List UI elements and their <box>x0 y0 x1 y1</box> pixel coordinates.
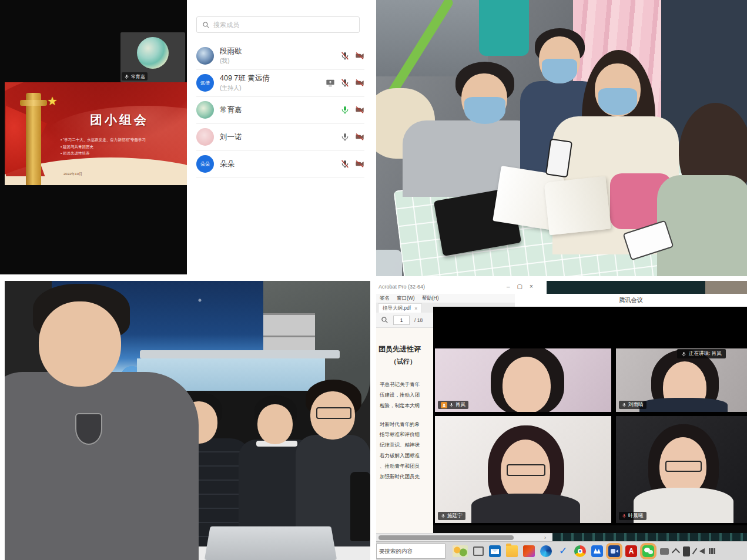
pdf-line: 伍建设，推动入团 <box>380 390 433 401</box>
avatar: 朵朵 <box>196 155 214 173</box>
participant-row[interactable]: 远倩 409 7班 黄远倩 (主持人) <box>196 69 364 97</box>
person-face <box>257 404 293 444</box>
video-tile[interactable]: 肖岚 <box>435 348 611 412</box>
participant-name: 肖岚 <box>455 401 465 408</box>
slide-bullet: “学习二十大、永远跟党走、奋力新征程”专题学习 <box>61 136 187 143</box>
laptop <box>205 527 337 560</box>
network-icon[interactable] <box>709 548 715 554</box>
pdf-line: 纪律意识、精神状 <box>380 440 433 451</box>
close-icon[interactable]: × <box>530 283 533 290</box>
participant-row[interactable]: 朵朵 朵朵 <box>196 150 364 178</box>
person-figure <box>657 175 747 276</box>
shared-screen-area: ★ 团小组会 “学习二十大、永远跟党走、奋力新征程”专题学习 建团与共青团历史 … <box>0 0 187 274</box>
volume-icon[interactable] <box>699 548 705 554</box>
person-figure <box>634 488 733 523</box>
docs-check-icon[interactable]: ✓ <box>557 545 569 557</box>
camera-off-icon[interactable] <box>355 51 364 61</box>
mic-muted-icon <box>622 514 627 518</box>
taskbar-search-input[interactable]: 要搜索的内容 <box>376 544 445 559</box>
thermos-bottle <box>350 472 370 541</box>
minimize-icon[interactable]: – <box>507 283 510 290</box>
mic-icon <box>681 351 686 357</box>
meeting-titlebar[interactable]: 腾讯会议 <box>515 294 747 307</box>
tim-qq-icon[interactable] <box>591 545 603 557</box>
golden-pillar-cap <box>20 100 47 106</box>
eyeglasses <box>665 461 702 472</box>
ime-indicator-icon[interactable] <box>660 548 669 555</box>
news-weather-icon[interactable] <box>453 545 468 557</box>
participant-name: 常育嘉 <box>220 105 340 115</box>
pen-icon[interactable] <box>692 548 698 555</box>
pdf-body-text: 平总书记关于青年 伍建设，推动入团 检验，制定本大纲 对新时代青年的希 指导标准… <box>380 380 433 482</box>
meeting-window-title: 腾讯会议 <box>619 296 643 304</box>
tab-close-icon[interactable]: × <box>414 306 417 311</box>
video-tile[interactable]: 叶晨曦 <box>616 416 747 523</box>
background-window-strip <box>705 281 747 294</box>
participant-name: 刘一诺 <box>220 132 340 142</box>
slide-bullet-list: “学习二十大、永远跟党走、奋力新征程”专题学习 建团与共青团历史 团员先进性培养 <box>61 136 187 157</box>
participant-name: 朵朵 <box>220 159 340 169</box>
system-tray <box>660 546 715 556</box>
pdf-subheading: （试行） <box>390 357 416 366</box>
maximize-icon[interactable]: ▢ <box>517 283 522 290</box>
quadrant-desktop: Acrobat Pro (32-64) – ▢ × 签名 窗口(W) 帮助(H)… <box>376 281 747 560</box>
pdf-line: 指导标准和评价细 <box>380 430 433 440</box>
camera-off-icon[interactable] <box>355 132 364 142</box>
camera-off-icon[interactable] <box>355 78 364 88</box>
menu-item-help[interactable]: 帮助(H) <box>422 295 439 302</box>
taskbar-icons: ✓ A <box>453 545 654 557</box>
search-icon <box>202 21 210 29</box>
participant-row[interactable]: 常育嘉 <box>196 96 364 124</box>
golden-pillar-graphic <box>26 93 41 185</box>
speaking-text: 正在讲话: 肖岚 <box>689 350 722 357</box>
eyeglasses <box>316 407 351 419</box>
camera-off-icon[interactable] <box>355 159 364 169</box>
video-tile-name-badge: 刘雨晴 <box>619 401 646 409</box>
participant-name: 刘雨晴 <box>628 401 644 408</box>
task-view-icon[interactable] <box>473 546 484 556</box>
page-number-input[interactable]: 1 <box>393 316 410 325</box>
wechat-icon[interactable] <box>642 545 654 557</box>
tencent-meeting-icon[interactable] <box>608 545 620 557</box>
video-tile-name-badge: 施廷宁 <box>438 512 465 520</box>
scrollbar-thumb[interactable] <box>378 535 514 540</box>
camera-off-icon[interactable] <box>355 105 364 115</box>
window-edge-strip <box>552 533 747 541</box>
document-tab[interactable]: 指导大纲.pdf × <box>378 303 422 313</box>
mic-muted-icon[interactable] <box>340 159 350 169</box>
face-mask <box>542 59 577 83</box>
screen-share-icon[interactable] <box>326 78 335 88</box>
acrobat-icon[interactable]: A <box>625 545 637 557</box>
office-icon[interactable] <box>523 545 535 557</box>
mail-icon[interactable] <box>489 545 501 557</box>
pdf-line: 检验，制定本大纲 <box>380 401 433 411</box>
mic-active-icon[interactable] <box>340 105 350 115</box>
mic-icon <box>124 74 129 79</box>
search-input[interactable]: 搜索成员 <box>196 16 360 33</box>
horizontal-scrollbar[interactable]: › <box>376 533 552 542</box>
zoom-icon[interactable] <box>381 316 388 324</box>
chrome-icon[interactable] <box>574 545 586 557</box>
chevron-up-icon[interactable] <box>672 548 680 556</box>
menu-item-sign[interactable]: 签名 <box>380 295 390 302</box>
battery-icon[interactable] <box>683 546 690 556</box>
meeting-bottom-bar <box>433 525 747 533</box>
file-explorer-icon[interactable] <box>506 545 518 557</box>
menu-item-window[interactable]: 窗口(W) <box>397 295 415 302</box>
participant-name: 409 7班 黄远倩 <box>220 73 326 83</box>
scroll-arrow-icon[interactable]: › <box>544 535 546 541</box>
mic-muted-icon[interactable] <box>340 78 350 88</box>
participant-name: 段雨歇 <box>220 46 340 56</box>
mic-muted-icon[interactable] <box>340 51 350 61</box>
person-figure <box>471 494 580 523</box>
video-tile-self[interactable]: 常育嘉 <box>120 32 185 82</box>
person-face <box>39 301 121 387</box>
acrobat-window-title: Acrobat Pro (32-64) <box>378 284 425 290</box>
participant-row[interactable]: 刘一诺 <box>196 123 364 151</box>
open-book <box>544 176 611 235</box>
edge-browser-icon[interactable] <box>540 545 552 557</box>
participant-name: 施廷宁 <box>447 512 463 519</box>
video-tile[interactable]: 施廷宁 <box>435 416 611 523</box>
participant-row[interactable]: 段雨歇 (我) <box>196 42 364 70</box>
mic-icon[interactable] <box>340 132 350 142</box>
